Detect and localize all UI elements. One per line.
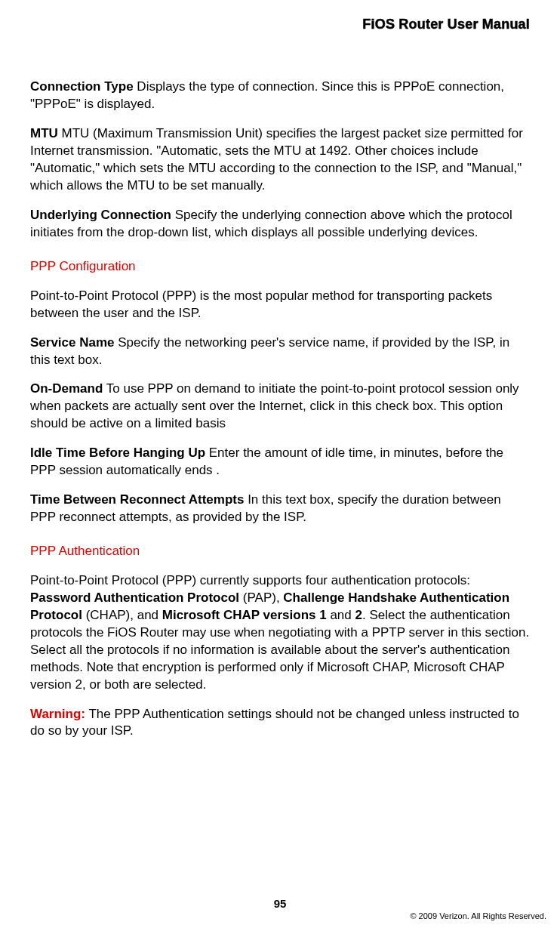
term-idle-time: Idle Time Before Hanging Up <box>30 446 205 460</box>
para-on-demand: On-Demand To use PPP on demand to initia… <box>30 381 530 433</box>
heading-ppp-configuration: PPP Configuration <box>30 258 530 276</box>
page-number: 95 <box>0 896 560 911</box>
text-chap-after: (CHAP), and <box>82 608 162 622</box>
term-service-name: Service Name <box>30 335 115 350</box>
warning-label: Warning: <box>30 707 85 721</box>
para-service-name: Service Name Specify the networking peer… <box>30 335 530 369</box>
term-mschap-1: Microsoft CHAP versions 1 <box>162 608 327 622</box>
copyright-text: © 2009 Verizon. All Rights Reserved. <box>410 911 546 922</box>
text-pap-after: (PAP), <box>239 590 283 605</box>
para-idle-time: Idle Time Before Hanging Up Enter the am… <box>30 445 530 479</box>
text-mtu: MTU (Maximum Transmission Unit) specifie… <box>30 126 523 193</box>
term-underlying-connection: Underlying Connection <box>30 208 171 222</box>
page-header-title: FiOS Router User Manual <box>30 15 530 33</box>
text-on-demand: To use PPP on demand to initiate the poi… <box>30 381 519 430</box>
text-ppp-auth-before: Point-to-Point Protocol (PPP) currently … <box>30 573 470 587</box>
text-and: and <box>327 608 355 622</box>
para-ppp-auth-body: Point-to-Point Protocol (PPP) currently … <box>30 572 530 694</box>
term-mschap-2: 2 <box>355 608 362 622</box>
para-underlying-connection: Underlying Connection Specify the underl… <box>30 207 530 242</box>
warning-text: The PPP Authentication settings should n… <box>30 707 519 738</box>
para-ppp-config-intro: Point-to-Point Protocol (PPP) is the mos… <box>30 288 530 322</box>
para-reconnect-attempts: Time Between Reconnect Attempts In this … <box>30 492 530 526</box>
para-connection-type: Connection Type Displays the type of con… <box>30 79 530 113</box>
term-pap: Password Authentication Protocol <box>30 590 239 605</box>
term-connection-type: Connection Type <box>30 79 134 94</box>
term-mtu: MTU <box>30 126 58 140</box>
heading-ppp-authentication: PPP Authentication <box>30 543 530 560</box>
para-mtu: MTU MTU (Maximum Transmission Unit) spec… <box>30 125 530 195</box>
term-on-demand: On-Demand <box>30 381 103 396</box>
term-reconnect-attempts: Time Between Reconnect Attempts <box>30 492 244 507</box>
para-warning: Warning: The PPP Authentication settings… <box>30 706 530 741</box>
